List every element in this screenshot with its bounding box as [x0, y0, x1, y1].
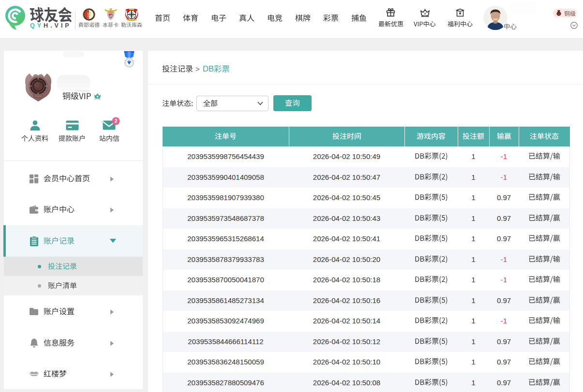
svg-text:F: F [87, 11, 91, 19]
svg-text:2: 2 [114, 118, 117, 124]
